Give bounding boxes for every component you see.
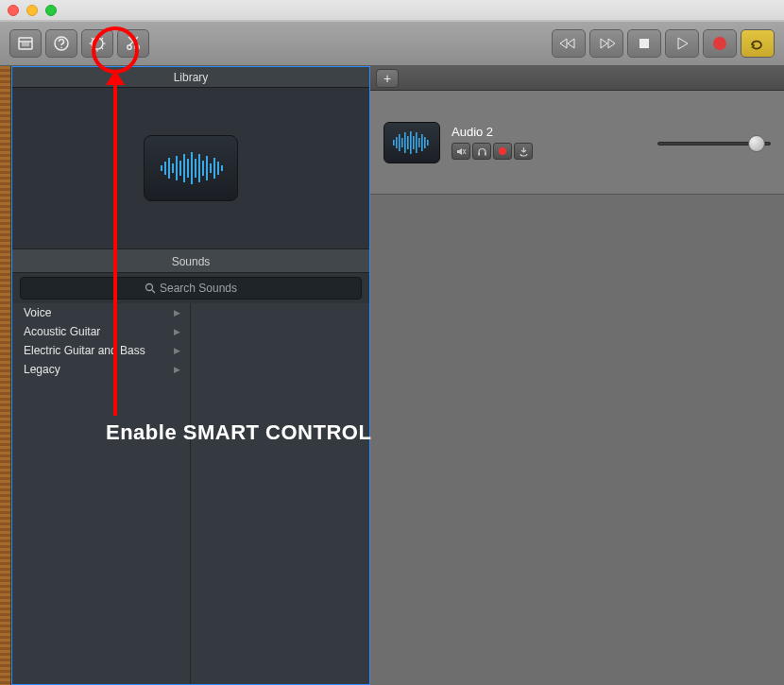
patch-preview-tile[interactable] [144, 135, 238, 201]
svg-rect-42 [221, 165, 223, 171]
category-row-electric-guitar-bass[interactable]: Electric Guitar and Bass▶ [12, 341, 190, 360]
category-column-1: Voice▶ Acoustic Guitar▶ Electric Guitar … [12, 303, 191, 684]
track-ruler: + [370, 66, 784, 91]
category-row-voice[interactable]: Voice▶ [12, 303, 190, 322]
svg-point-15 [128, 45, 131, 49]
library-header: Library [12, 67, 369, 88]
svg-line-17 [129, 37, 138, 45]
svg-rect-29 [172, 163, 174, 173]
svg-rect-45 [393, 140, 395, 146]
tracks-panel: + [370, 66, 784, 685]
svg-rect-28 [168, 158, 170, 179]
input-icon [519, 146, 529, 157]
svg-rect-49 [404, 132, 406, 153]
library-icon [17, 36, 34, 51]
transport-controls [552, 29, 775, 58]
library-toggle-button[interactable] [9, 29, 42, 58]
chevron-right-icon: ▶ [174, 365, 180, 374]
svg-rect-34 [191, 152, 193, 184]
toolbar-left-group [9, 29, 149, 58]
editors-button[interactable] [117, 29, 149, 58]
svg-rect-30 [176, 156, 178, 180]
play-button[interactable] [665, 29, 699, 58]
headphones-icon [477, 146, 487, 157]
close-window-button[interactable] [8, 5, 19, 16]
track-header-row[interactable]: Audio 2 [370, 91, 784, 195]
zoom-window-button[interactable] [45, 5, 57, 16]
main-toolbar [0, 21, 784, 66]
svg-marker-21 [601, 39, 607, 48]
stop-button[interactable] [627, 29, 661, 58]
sounds-header: Sounds [12, 248, 369, 273]
category-row-legacy[interactable]: Legacy▶ [12, 360, 190, 379]
input-monitor-button[interactable] [514, 143, 533, 160]
svg-point-5 [60, 47, 62, 49]
category-label: Voice [24, 306, 51, 319]
search-placeholder-text: Search Sounds [160, 282, 237, 295]
rewind-button[interactable] [552, 29, 586, 58]
volume-knob[interactable] [748, 135, 765, 152]
rewind-icon [559, 37, 578, 50]
search-wrap: Search Sounds [12, 273, 369, 303]
svg-line-13 [92, 48, 93, 49]
svg-rect-26 [161, 165, 162, 171]
svg-line-11 [92, 38, 93, 39]
track-info: Audio 2 [452, 125, 533, 160]
forward-icon [597, 37, 616, 50]
library-panel: Library [11, 66, 370, 685]
svg-rect-46 [396, 137, 398, 148]
waveform-icon [158, 152, 224, 184]
chevron-right-icon: ▶ [174, 308, 180, 317]
scissors-icon [125, 35, 142, 52]
cycle-icon [748, 37, 767, 50]
category-label: Legacy [24, 363, 60, 376]
svg-rect-48 [401, 138, 403, 147]
left-edge-strip [0, 66, 11, 685]
svg-rect-51 [410, 131, 412, 154]
record-enable-button[interactable] [493, 143, 512, 160]
monitor-button[interactable] [472, 143, 491, 160]
forward-button[interactable] [589, 29, 623, 58]
mute-icon [456, 146, 467, 157]
mute-button[interactable] [452, 143, 470, 160]
svg-rect-32 [183, 154, 185, 182]
smart-controls-icon [88, 34, 107, 53]
svg-rect-50 [407, 136, 409, 149]
record-icon [713, 37, 726, 50]
main-content: Library [0, 66, 784, 685]
track-area: Audio 2 [370, 91, 784, 685]
record-dot-icon [499, 147, 506, 155]
svg-rect-41 [217, 162, 219, 175]
svg-rect-53 [416, 132, 418, 153]
minimize-window-button[interactable] [26, 5, 38, 16]
svg-line-12 [102, 48, 103, 49]
svg-rect-36 [198, 154, 200, 182]
record-button[interactable] [703, 29, 737, 58]
add-track-button[interactable]: + [376, 69, 399, 88]
chevron-right-icon: ▶ [174, 346, 180, 355]
svg-rect-56 [424, 137, 426, 148]
svg-point-43 [145, 284, 152, 291]
svg-marker-20 [560, 39, 567, 48]
cycle-button[interactable] [741, 29, 775, 58]
window-titlebar [0, 0, 784, 21]
category-row-acoustic-guitar[interactable]: Acoustic Guitar▶ [12, 322, 190, 341]
svg-rect-54 [418, 138, 420, 147]
smart-controls-button[interactable] [81, 29, 113, 58]
quick-help-button[interactable] [45, 29, 77, 58]
svg-line-14 [102, 38, 103, 39]
volume-slider[interactable] [657, 139, 771, 146]
track-icon-tile [383, 122, 440, 163]
search-sounds-input[interactable]: Search Sounds [20, 277, 362, 300]
svg-rect-55 [421, 134, 423, 151]
svg-marker-19 [568, 39, 574, 48]
svg-marker-24 [678, 38, 688, 49]
svg-marker-22 [608, 39, 615, 48]
svg-rect-37 [202, 161, 204, 176]
stop-icon [638, 37, 651, 50]
svg-point-16 [135, 45, 139, 49]
svg-rect-38 [206, 156, 208, 180]
svg-rect-52 [413, 136, 415, 149]
category-label: Acoustic Guitar [24, 325, 100, 338]
library-preview-area [12, 88, 369, 248]
